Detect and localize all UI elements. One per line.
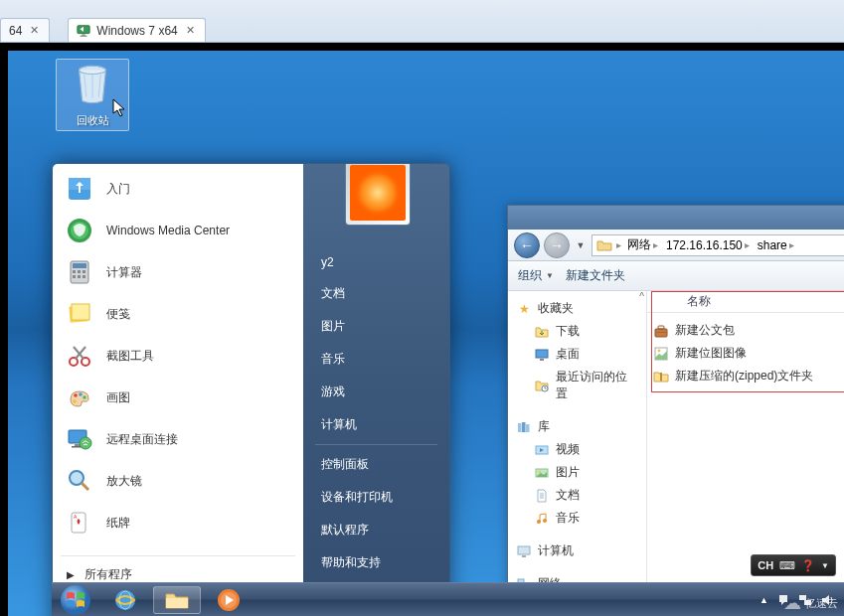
desktop[interactable]: 回收站 入门 Windows Media Center [0,43,844,616]
getting-started-icon [65,174,94,204]
sm-right-control-panel[interactable]: 控制面板 [303,448,449,481]
close-icon[interactable]: ✕ [28,24,41,37]
sm-item-paint[interactable]: 画图 [57,377,299,418]
vm-tab-label: 64 [9,24,22,38]
svg-point-27 [73,399,77,403]
svg-rect-19 [72,304,89,320]
close-icon[interactable]: ✕ [184,24,197,37]
svg-line-23 [74,347,84,359]
separator [61,555,295,556]
new-folder-button[interactable]: 新建文件夹 [566,267,625,284]
scroll-up-icon[interactable]: ^ [639,291,644,302]
svg-rect-40 [522,422,526,432]
svg-rect-41 [526,424,530,432]
windows-logo-icon [60,584,91,616]
file-item[interactable]: 新建位图图像 [649,342,844,365]
sm-item-calculator[interactable]: 计算器 [57,251,299,293]
sm-item-label: 远程桌面连接 [106,431,178,448]
svg-rect-16 [78,275,81,278]
tree-libraries[interactable]: 库 [512,415,642,438]
recent-icon [534,378,550,393]
breadcrumb-segment[interactable]: 172.16.16.150▸ [664,238,752,252]
ime-bar[interactable]: CH ⌨ ❓ ▼ [751,554,836,576]
tree-recent[interactable]: 最近访问的位置 [512,366,642,405]
breadcrumb[interactable]: ▸ 网络▸ 172.16.16.150▸ share▸ [591,234,844,256]
tree-desktop[interactable]: 桌面 [512,343,642,366]
vm-tab-active[interactable]: Windows 7 x64 ✕ [68,18,205,42]
sm-right-computer[interactable]: 计算机 [303,408,449,441]
svg-point-47 [543,519,547,523]
videos-icon [534,442,550,458]
tray-arrow-icon[interactable]: ▲ [760,595,768,605]
sm-item-label: 便笺 [106,306,130,323]
music-icon [534,511,550,527]
sm-right-help[interactable]: 帮助和支持 [303,546,449,579]
sm-item-magnifier[interactable]: 放大镜 [57,460,299,502]
sm-item-label: 画图 [106,389,130,406]
svg-point-24 [74,393,78,397]
vm-frame: 回收站 入门 Windows Media Center [0,43,844,616]
forward-button[interactable]: → [544,232,570,258]
nav-history-dropdown[interactable]: ▼ [574,240,588,250]
start-button[interactable] [52,583,99,617]
desktop-icon [534,347,550,363]
svg-rect-12 [73,270,76,273]
keyboard-icon[interactable]: ⌨ [779,559,795,572]
explorer-titlebar[interactable] [508,206,844,230]
tree-documents[interactable]: 文档 [512,484,642,507]
taskbar-wmp[interactable] [205,586,253,614]
user-picture-icon [350,165,406,221]
file-item[interactable]: 新建公文包 [649,319,844,342]
sm-right-games[interactable]: 游戏 [303,376,449,408]
ime-label[interactable]: CH [758,559,773,571]
tree-music[interactable]: 音乐 [512,507,642,530]
tree-favorites[interactable]: ★ 收藏夹 [512,297,642,320]
tree-computer[interactable]: 计算机 [512,539,642,562]
sm-right-default-programs[interactable]: 默认程序 [303,514,449,546]
explorer-tree: ^ ★ 收藏夹 下载 桌面 [508,291,647,616]
tree-videos[interactable]: 视频 [512,438,642,461]
sm-item-label: 入门 [106,181,130,198]
recycle-bin[interactable]: 回收站 [56,59,129,131]
documents-icon [534,488,550,504]
separator [315,444,437,445]
paint-icon [65,383,94,412]
solitaire-icon: A [65,508,94,538]
sm-item-getting-started[interactable]: 入门 [57,168,299,210]
start-menu: 入门 Windows Media Center 计算器 便笺 [52,163,450,616]
tree-pictures[interactable]: 图片 [512,461,642,484]
recycle-bin-label: 回收站 [57,113,128,128]
libraries-icon [516,419,532,435]
organize-menu[interactable]: 组织 ▼ [518,267,554,284]
chevron-down-icon[interactable]: ▼ [821,561,829,570]
chevron-right-icon: ▶ [67,569,75,580]
sm-right-music[interactable]: 音乐 [303,343,449,376]
sm-right-pictures[interactable]: 图片 [303,310,449,343]
sm-item-snipping-tool[interactable]: 截图工具 [57,335,299,377]
ie-icon [112,587,138,613]
svg-rect-1 [83,34,86,35]
back-button[interactable]: ← [514,232,540,258]
sm-right-username[interactable]: y2 [303,247,449,277]
user-picture-frame[interactable] [345,163,411,226]
taskbar-explorer[interactable] [153,586,201,614]
remote-desktop-icon [65,424,94,454]
svg-rect-14 [83,270,85,273]
column-header-name[interactable]: 名称 [647,291,844,313]
svg-point-56 [658,349,661,352]
sm-item-sticky-notes[interactable]: 便笺 [57,293,299,335]
recycle-bin-icon [68,60,117,109]
tree-downloads[interactable]: 下载 [512,320,642,343]
sm-right-devices[interactable]: 设备和打印机 [303,481,449,514]
folder-icon [596,237,612,253]
sm-item-remote-desktop[interactable]: 远程桌面连接 [57,418,299,460]
vm-tab-inactive[interactable]: 64 ✕ [0,18,50,42]
breadcrumb-segment[interactable]: 网络▸ [625,236,660,253]
taskbar-ie[interactable] [101,586,149,614]
file-item[interactable]: 新建压缩的(zipped)文件夹 [649,365,844,387]
sm-item-wmc[interactable]: Windows Media Center [57,210,299,251]
breadcrumb-segment[interactable]: share▸ [756,238,796,252]
sm-item-solitaire[interactable]: A 纸牌 [57,502,299,543]
options-icon[interactable]: ❓ [801,559,815,572]
sm-right-documents[interactable]: 文档 [303,277,449,310]
